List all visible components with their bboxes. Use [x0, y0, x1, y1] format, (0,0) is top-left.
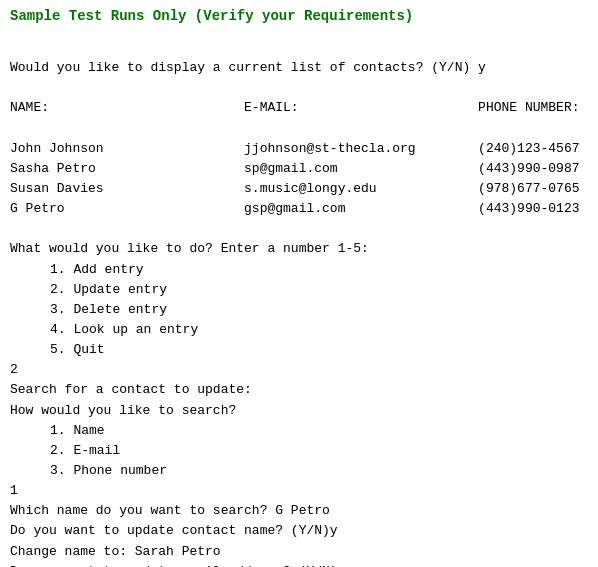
- terminal-line: [10, 219, 588, 239]
- terminal-line: [10, 38, 588, 58]
- terminal-line: Change name to: Sarah Petro: [10, 542, 588, 562]
- terminal-line: 2: [10, 360, 588, 380]
- terminal-line: G Petro gsp@gmail.com (443)990-0123: [10, 199, 588, 219]
- terminal-line: John Johnson jjohnson@st-thecla.org (240…: [10, 139, 588, 159]
- terminal-line: Do you want to update email address? (Y/…: [10, 562, 588, 567]
- terminal-line: NAME: E-MAIL: PHONE NUMBER:: [10, 98, 588, 118]
- terminal-line: Would you like to display a current list…: [10, 58, 588, 78]
- terminal-line: [10, 78, 588, 98]
- terminal-line: Sasha Petro sp@gmail.com (443)990-0987: [10, 159, 588, 179]
- terminal-line: [10, 119, 588, 139]
- terminal-line: 2. E-mail: [10, 441, 588, 461]
- terminal-line: 1. Name: [10, 421, 588, 441]
- terminal-line: 1: [10, 481, 588, 501]
- terminal-line: Which name do you want to search? G Petr…: [10, 501, 588, 521]
- terminal-line: 1. Add entry: [10, 260, 588, 280]
- terminal-line: 5. Quit: [10, 340, 588, 360]
- terminal-line: What would you like to do? Enter a numbe…: [10, 239, 588, 259]
- page-title: Sample Test Runs Only (Verify your Requi…: [10, 8, 588, 24]
- terminal-line: 3. Phone number: [10, 461, 588, 481]
- terminal-line: 4. Look up an entry: [10, 320, 588, 340]
- terminal-line: Search for a contact to update:: [10, 380, 588, 400]
- terminal-line: Susan Davies s.music@longy.edu (978)677-…: [10, 179, 588, 199]
- terminal-line: 3. Delete entry: [10, 300, 588, 320]
- terminal-line: How would you like to search?: [10, 401, 588, 421]
- terminal-line: 2. Update entry: [10, 280, 588, 300]
- terminal-line: Do you want to update contact name? (Y/N…: [10, 521, 588, 541]
- terminal-content: Would you like to display a current list…: [10, 38, 588, 567]
